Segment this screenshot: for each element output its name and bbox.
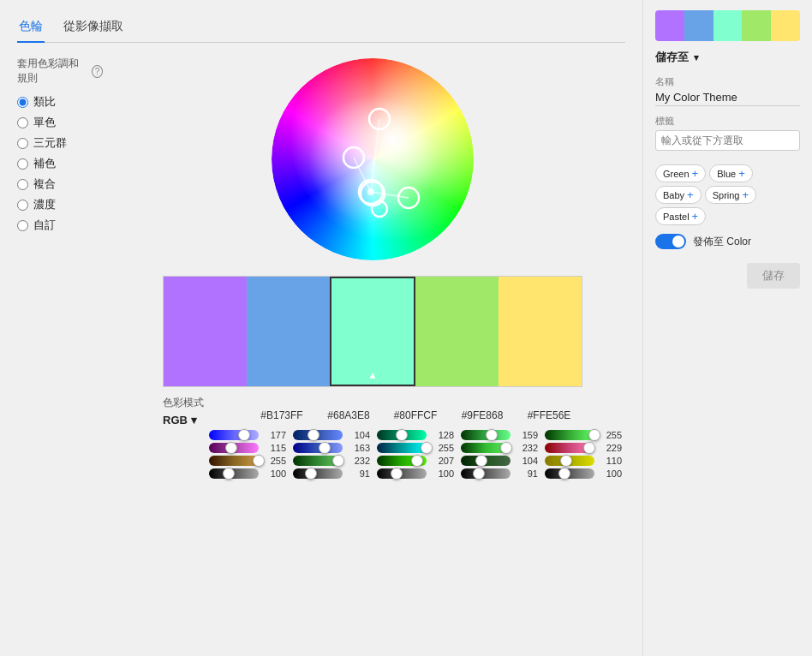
color-mode-select[interactable]: RGB ▾ (163, 414, 248, 426)
slider-val-1-1: 163 (346, 443, 370, 453)
save-to-label: 儲存至 (655, 50, 689, 65)
slider-3-0[interactable]: 159 (457, 430, 541, 440)
slider-0-2[interactable]: 255 (206, 456, 290, 466)
right-panel: 儲存至 ▾ 名稱 My Color Theme 標籤 Green + Blue … (642, 0, 812, 656)
slider-val-2-3: 100 (430, 468, 454, 479)
name-label: 名稱 (655, 75, 800, 88)
hex-label-4: #FFE56E (516, 409, 582, 421)
slider-val-4-3: 100 (598, 468, 622, 479)
radio-compound[interactable]: 複合 (17, 176, 103, 192)
tag-plus-baby[interactable]: + (687, 188, 694, 201)
preview-color-1 (684, 10, 713, 41)
sliders-container: 177 115 255 (206, 430, 625, 479)
tag-chip-spring[interactable]: Spring + (705, 186, 756, 204)
color-mode-label: 色彩模式 (163, 396, 248, 410)
tag-chip-pastel[interactable]: Pastel + (655, 207, 706, 225)
toggle-knob (672, 236, 684, 247)
save-to-row[interactable]: 儲存至 ▾ (655, 50, 800, 65)
publish-toggle[interactable] (655, 234, 686, 249)
tags-input[interactable] (655, 130, 800, 151)
tag-plus-pastel[interactable]: + (692, 210, 699, 223)
slider-4-3[interactable]: 100 (541, 468, 625, 479)
slider-val-3-3: 91 (514, 468, 538, 479)
slider-val-0-1: 115 (262, 443, 286, 453)
slider-2-2[interactable]: 207 (373, 456, 457, 466)
save-button[interactable]: 儲存 (747, 263, 800, 289)
slider-val-4-2: 110 (598, 456, 622, 466)
slider-val-3-2: 104 (514, 456, 538, 466)
swatch-0[interactable] (164, 277, 247, 386)
slider-val-0-0: 177 (262, 430, 286, 440)
tab-from-image[interactable]: 從影像擷取 (62, 14, 125, 42)
preview-color-4 (771, 10, 800, 41)
radio-mono[interactable]: 單色 (17, 115, 103, 130)
slider-val-1-3: 91 (346, 468, 370, 479)
color-wheel-svg[interactable] (270, 57, 475, 262)
tag-plus-blue[interactable]: + (738, 167, 745, 180)
swatch-2[interactable] (330, 277, 416, 386)
slider-2-3[interactable]: 100 (373, 468, 457, 479)
slider-val-2-0: 128 (430, 430, 454, 440)
slider-1-1[interactable]: 163 (290, 443, 373, 453)
preview-color-3 (742, 10, 771, 41)
slider-0-0[interactable]: 177 (206, 430, 290, 440)
slider-val-1-2: 232 (346, 456, 370, 466)
slider-val-3-0: 159 (514, 430, 538, 440)
color-preview-strip (655, 10, 800, 41)
slider-0-3[interactable]: 100 (206, 468, 290, 479)
slider-3-2[interactable]: 104 (457, 456, 541, 466)
slider-4-2[interactable]: 110 (541, 456, 625, 466)
slider-3-1[interactable]: 232 (457, 443, 541, 453)
slider-val-0-3: 100 (262, 468, 286, 479)
section-label: 套用色彩調和規則 ? (17, 57, 103, 86)
slider-2-1[interactable]: 255 (373, 443, 457, 453)
name-field-row: 名稱 My Color Theme (655, 75, 800, 106)
tags-field-row: 標籤 (655, 115, 800, 156)
slider-col-2: 128 255 207 (373, 430, 457, 479)
color-wheel[interactable] (270, 57, 475, 262)
slider-col-3: 159 232 104 (457, 430, 541, 479)
swatch-3[interactable] (415, 277, 499, 386)
slider-2-0[interactable]: 128 (373, 430, 457, 440)
tag-chip-blue[interactable]: Blue + (709, 164, 753, 182)
slider-0-1[interactable]: 115 (206, 443, 290, 453)
slider-3-3[interactable]: 91 (457, 468, 541, 479)
tag-plus-green[interactable]: + (692, 167, 699, 180)
slider-1-0[interactable]: 104 (290, 430, 373, 440)
slider-val-4-1: 229 (598, 443, 622, 453)
radio-complement[interactable]: 補色 (17, 156, 103, 171)
slider-1-2[interactable]: 232 (290, 456, 373, 466)
name-value[interactable]: My Color Theme (655, 91, 800, 106)
slider-4-0[interactable]: 255 (541, 430, 625, 440)
radio-analog[interactable]: 類比 (17, 94, 103, 110)
tag-chip-green[interactable]: Green + (655, 164, 706, 182)
radio-tones[interactable]: 濃度 (17, 197, 103, 212)
slider-col-1: 104 163 232 (290, 430, 373, 479)
slider-val-4-0: 255 (598, 430, 622, 440)
hex-label-2: #80FFCF (382, 409, 449, 421)
swatch-4[interactable] (499, 277, 582, 386)
hex-label-1: #68A3E8 (315, 409, 382, 421)
slider-col-0: 177 115 255 (206, 430, 290, 479)
help-icon[interactable]: ? (92, 65, 103, 78)
slider-1-3[interactable]: 91 (290, 468, 373, 479)
radio-triad[interactable]: 三元群 (17, 135, 103, 151)
publish-toggle-row[interactable]: 發佈至 Color (655, 234, 800, 249)
swatches-container (163, 276, 582, 387)
hex-label-3: #9FE868 (449, 409, 516, 421)
chevron-down-icon: ▾ (191, 414, 197, 426)
hex-label-0: #B173FF (248, 409, 315, 421)
tag-chips: Green + Blue + Baby + Spring + Pastel + (655, 164, 800, 225)
tag-plus-spring[interactable]: + (742, 188, 749, 201)
preview-color-0 (655, 10, 684, 41)
swatch-1[interactable] (247, 277, 330, 386)
slider-val-2-1: 255 (430, 443, 454, 453)
radio-custom[interactable]: 自訂 (17, 218, 103, 233)
publish-label: 發佈至 Color (693, 235, 751, 249)
tab-color-wheel[interactable]: 色輪 (17, 14, 45, 43)
slider-col-4: 255 229 110 (541, 430, 625, 479)
tag-chip-baby[interactable]: Baby + (655, 186, 702, 204)
slider-4-1[interactable]: 229 (541, 443, 625, 453)
radio-group: 類比 單色 三元群 補色 複合 (17, 94, 103, 233)
tags-label: 標籤 (655, 115, 800, 128)
